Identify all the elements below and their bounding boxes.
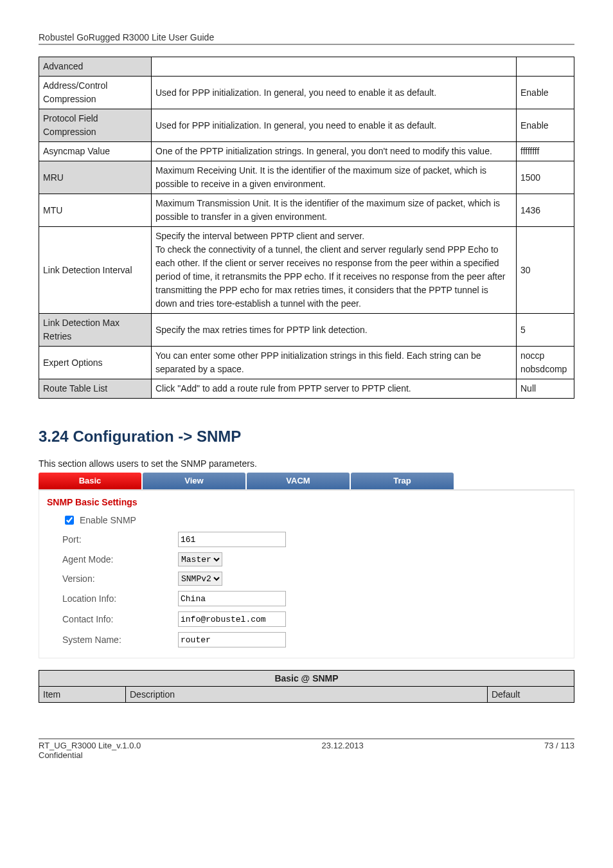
footer-left1: RT_UG_R3000 Lite_v.1.0.0: [39, 741, 141, 750]
table-cell: Maximum Receiving Unit. It is the identi…: [152, 161, 517, 194]
version-select[interactable]: SNMPv2: [178, 572, 222, 586]
row-system: System Name:: [46, 629, 567, 650]
table-cell: 1500: [517, 161, 574, 194]
table-cell: Specify the interval between PPTP client…: [152, 227, 517, 314]
row-location: Location Info:: [46, 588, 567, 609]
table-cell: Null: [517, 379, 574, 399]
table-cell: Used for PPP initialization. In general,…: [152, 77, 517, 109]
footer-right: 73 / 113: [544, 741, 574, 760]
small-table-caption: Basic @ SNMP: [39, 671, 574, 687]
enable-snmp-label: Enable SNMP: [80, 515, 136, 525]
enable-snmp-row: Enable SNMP: [46, 511, 567, 529]
tab-view[interactable]: View: [143, 473, 245, 489]
table-cell: Advanced: [39, 57, 152, 77]
tab-trap[interactable]: Trap: [351, 473, 454, 489]
table-cell: ffffffff: [517, 142, 574, 161]
port-input[interactable]: [178, 532, 286, 547]
enable-snmp-checkbox[interactable]: [65, 516, 74, 525]
table-cell: One of the PPTP initialization strings. …: [152, 142, 517, 161]
table-cell: 1436: [517, 194, 574, 227]
table-cell: Protocol Field Compression: [39, 109, 152, 142]
section-intro: This section allows users to set the SNM…: [39, 458, 574, 469]
table-cell: Specify the max retries times for PPTP l…: [152, 314, 517, 347]
tab-vacm[interactable]: VACM: [247, 473, 350, 489]
agent-select[interactable]: Master: [178, 552, 222, 566]
footer-left2: Confidential: [39, 750, 83, 760]
table-cell: Address/Control Compression: [39, 77, 152, 109]
agent-label: Agent Mode:: [62, 554, 178, 565]
header-rule: [39, 44, 574, 45]
footer-rule: [39, 738, 574, 739]
port-label: Port:: [62, 534, 178, 545]
system-label: System Name:: [62, 635, 178, 645]
location-label: Location Info:: [62, 593, 178, 604]
table-cell: You can enter some other PPP initializat…: [152, 347, 517, 379]
advanced-table: AdvancedAddress/Control CompressionUsed …: [39, 57, 574, 399]
table-cell: MRU: [39, 161, 152, 194]
table-cell: Used for PPP initialization. In general,…: [152, 109, 517, 142]
version-label: Version:: [62, 574, 178, 584]
table-cell: Route Table List: [39, 379, 152, 399]
page-footer: RT_UG_R3000 Lite_v.1.0.0 Confidential 23…: [39, 741, 574, 760]
contact-input[interactable]: [178, 611, 286, 627]
row-version: Version: SNMPv2: [46, 569, 567, 588]
table-cell: Enable: [517, 77, 574, 109]
basic-snmp-table: Basic @ SNMP Item Description Default: [39, 670, 574, 703]
section-heading: 3.24 Configuration -> SNMP: [39, 428, 574, 446]
row-port: Port:: [46, 529, 567, 550]
tab-strip: Basic View VACM Trap: [39, 473, 574, 491]
table-cell: noccp nobsdcomp: [517, 347, 574, 379]
table-cell: Maximum Transmission Unit. It is the ide…: [152, 194, 517, 227]
table-cell: Link Detection Interval: [39, 227, 152, 314]
panel-title: SNMP Basic Settings: [46, 493, 567, 511]
table-cell: Asyncmap Value: [39, 142, 152, 161]
table-cell: Enable: [517, 109, 574, 142]
small-th-def: Default: [487, 687, 574, 703]
location-input[interactable]: [178, 591, 286, 606]
table-cell: Click "Add" to add a route rule from PPT…: [152, 379, 517, 399]
table-cell: [152, 57, 517, 77]
row-contact: Contact Info:: [46, 609, 567, 629]
contact-label: Contact Info:: [62, 614, 178, 624]
small-th-desc: Description: [126, 687, 488, 703]
table-cell: [517, 57, 574, 77]
table-cell: Link Detection Max Retries: [39, 314, 152, 347]
page-header: Robustel GoRugged R3000 Lite User Guide: [39, 32, 574, 42]
row-agent: Agent Mode: Master: [46, 550, 567, 569]
table-cell: 5: [517, 314, 574, 347]
system-input[interactable]: [178, 632, 286, 647]
table-cell: MTU: [39, 194, 152, 227]
table-cell: Expert Options: [39, 347, 152, 379]
snmp-panel: SNMP Basic Settings Enable SNMP Port: Ag…: [39, 491, 574, 658]
table-cell: 30: [517, 227, 574, 314]
tab-basic[interactable]: Basic: [39, 473, 141, 489]
footer-center: 23.12.2013: [322, 741, 364, 760]
small-th-item: Item: [39, 687, 126, 703]
